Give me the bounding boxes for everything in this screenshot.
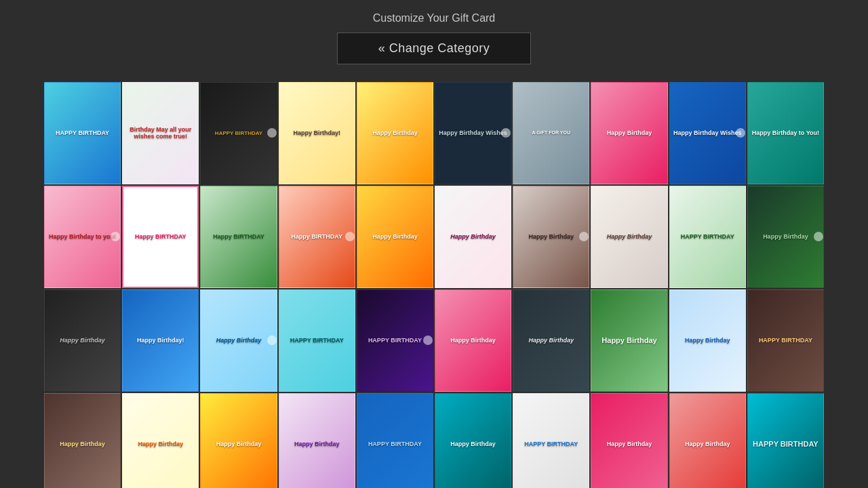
gift-card-35[interactable]: HAPPY BIRTHDAY xyxy=(357,393,433,488)
card-grid: HAPPY BIRTHDAYBirthday May all your wish… xyxy=(0,77,868,488)
card-label: Happy Birthday xyxy=(58,439,106,449)
scroll-indicator xyxy=(423,336,433,345)
card-label: Happy Birthday xyxy=(449,336,497,346)
card-label: Happy Birthday xyxy=(137,439,185,449)
gift-card-18[interactable]: Happy Birthday xyxy=(591,186,667,288)
scroll-indicator xyxy=(345,232,355,241)
page-title: Customize Your Gift Card xyxy=(0,12,868,24)
card-label: Happy Birthday xyxy=(215,336,263,346)
gift-card-7[interactable]: A GIFT FOR YOU xyxy=(513,82,589,184)
gift-card-40[interactable]: HAPPY BIRTHDAY xyxy=(747,393,824,488)
gift-card-2[interactable]: Birthday May all your wishes come true! xyxy=(122,82,199,184)
card-label: HAPPY BIRTHDAY xyxy=(289,336,345,346)
gift-card-8[interactable]: Happy Birthday xyxy=(591,82,667,184)
header: Customize Your Gift Card « Change Catego… xyxy=(0,0,868,71)
card-label: Happy Birthday xyxy=(762,232,810,242)
card-label: Happy Birthday xyxy=(528,336,576,346)
card-label: HAPPY BIRTHDAY xyxy=(54,128,111,138)
card-label: Happy Birthday to You! xyxy=(751,128,821,138)
change-category-button[interactable]: « Change Category xyxy=(337,33,532,64)
card-label: Happy Birthday xyxy=(449,439,497,449)
gift-card-23[interactable]: Happy Birthday xyxy=(200,289,277,392)
card-label: HAPPY BIRTHDAY xyxy=(214,129,264,138)
card-label: Happy Birthday to you! xyxy=(47,232,117,242)
card-label: Happy Birthday xyxy=(528,232,576,242)
card-label: Happy Birthday Wishes xyxy=(672,128,743,138)
scroll-indicator xyxy=(814,232,823,241)
gift-card-36[interactable]: Happy Birthday xyxy=(435,393,511,488)
gift-card-28[interactable]: Happy Birthday xyxy=(591,289,667,392)
card-label: Happy Birthday! xyxy=(292,128,342,138)
card-label: HAPPY BIRTHDAY xyxy=(523,439,579,449)
gift-card-19[interactable]: HAPPY BIRTHDAY xyxy=(669,186,746,288)
gift-card-16[interactable]: Happy Birthday xyxy=(435,186,511,288)
card-label: Happy Birthday! xyxy=(136,336,186,346)
gift-card-26[interactable]: Happy Birthday xyxy=(435,289,511,392)
scroll-indicator xyxy=(267,336,277,345)
gift-card-4[interactable]: Happy Birthday! xyxy=(279,82,355,184)
gift-card-37[interactable]: HAPPY BIRTHDAY xyxy=(513,393,589,488)
card-label: Happy Birthday xyxy=(371,232,419,242)
card-label: Happy Birthday xyxy=(600,335,658,346)
card-label: HAPPY BIRTHDAY xyxy=(367,439,423,449)
card-label: Happy BIRTHDAY xyxy=(290,232,344,242)
app-container: Customize Your Gift Card « Change Catego… xyxy=(0,0,868,488)
card-label: Happy Birthday Wishes xyxy=(437,128,508,138)
card-label: HAPPY BIRTHDAY xyxy=(757,336,814,346)
gift-card-25[interactable]: HAPPY BIRTHDAY xyxy=(357,289,433,392)
card-label: Happy Birthday xyxy=(58,336,106,346)
card-label: HAPPY BIRTHDAY xyxy=(751,439,820,450)
gift-card-9[interactable]: Happy Birthday Wishes xyxy=(669,82,746,184)
gift-card-33[interactable]: Happy Birthday xyxy=(200,393,277,488)
card-label: Happy BIRTHDAY xyxy=(212,232,266,242)
gift-card-11[interactable]: Happy Birthday to you! xyxy=(44,186,121,288)
card-label: A GIFT FOR YOU xyxy=(531,129,572,137)
gift-card-13[interactable]: Happy BIRTHDAY xyxy=(200,186,277,288)
gift-card-1[interactable]: HAPPY BIRTHDAY xyxy=(44,82,121,184)
gift-card-27[interactable]: Happy Birthday xyxy=(513,289,589,392)
gift-card-15[interactable]: Happy Birthday xyxy=(357,186,433,288)
gift-card-30[interactable]: HAPPY BIRTHDAY xyxy=(747,289,824,392)
card-label: HAPPY BIRTHDAY xyxy=(367,336,423,346)
gift-card-14[interactable]: Happy BIRTHDAY xyxy=(279,186,355,288)
gift-card-3[interactable]: HAPPY BIRTHDAY xyxy=(200,82,277,184)
gift-card-12[interactable]: Happy BIRTHDAY xyxy=(122,186,199,288)
gift-card-17[interactable]: Happy Birthday xyxy=(513,186,589,288)
gift-card-10[interactable]: Happy Birthday to You! xyxy=(747,82,824,184)
card-label: Happy Birthday xyxy=(684,336,732,346)
card-label: Birthday May all your wishes come true! xyxy=(123,125,198,142)
scroll-indicator xyxy=(736,128,745,138)
gift-card-32[interactable]: Happy Birthday xyxy=(122,393,199,488)
gift-card-38[interactable]: Happy Birthday xyxy=(591,393,667,488)
scroll-indicator xyxy=(579,232,589,241)
gift-card-29[interactable]: Happy Birthday xyxy=(669,289,746,392)
gift-card-34[interactable]: Happy Birthday xyxy=(279,393,355,488)
gift-card-6[interactable]: Happy Birthday Wishes xyxy=(435,82,511,184)
scroll-indicator xyxy=(111,232,120,241)
card-label: Happy Birthday xyxy=(606,232,654,242)
gift-card-22[interactable]: Happy Birthday! xyxy=(122,289,199,392)
card-label: Happy Birthday xyxy=(449,232,497,242)
card-label: Happy Birthday xyxy=(606,439,654,449)
scroll-indicator xyxy=(501,128,511,138)
gift-card-24[interactable]: HAPPY BIRTHDAY xyxy=(279,289,355,392)
card-label: Happy BIRTHDAY xyxy=(134,232,188,242)
gift-card-31[interactable]: Happy Birthday xyxy=(44,393,121,488)
card-label: HAPPY BIRTHDAY xyxy=(679,232,736,242)
card-label: Happy Birthday xyxy=(606,128,654,138)
card-label: Happy Birthday xyxy=(684,439,732,449)
card-label: Happy Birthday xyxy=(293,439,341,449)
gift-card-39[interactable]: Happy Birthday xyxy=(669,393,746,488)
gift-card-20[interactable]: Happy Birthday xyxy=(747,186,824,288)
gift-card-21[interactable]: Happy Birthday xyxy=(44,289,121,392)
gift-card-5[interactable]: Happy Birthday xyxy=(357,82,433,184)
card-label: Happy Birthday xyxy=(215,439,263,449)
scroll-indicator xyxy=(267,128,277,138)
card-label: Happy Birthday xyxy=(371,128,419,138)
